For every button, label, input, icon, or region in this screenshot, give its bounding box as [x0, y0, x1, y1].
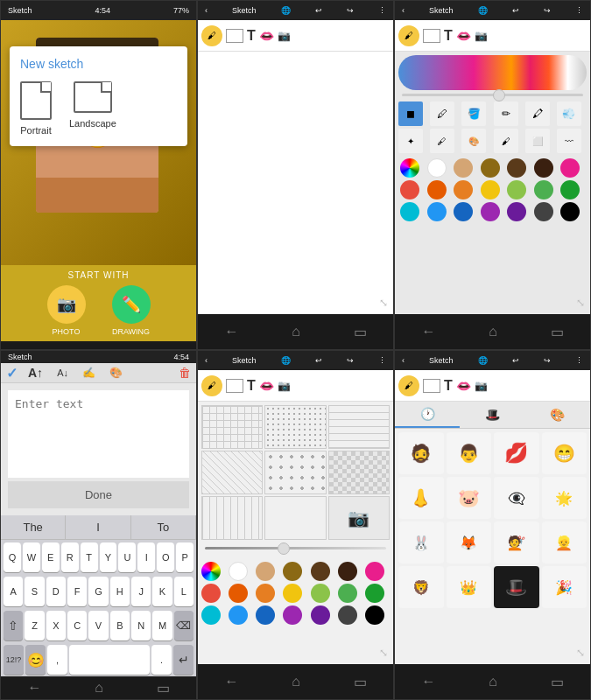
sticker-dark[interactable]: 🎩	[494, 566, 539, 608]
tool-camera[interactable]: 📷	[278, 30, 291, 42]
key-a[interactable]: A	[4, 577, 23, 606]
pat-color-darkblue[interactable]	[256, 606, 275, 625]
home-icon-patterns[interactable]: ⌂	[292, 674, 300, 690]
pattern-camera[interactable]: 📷	[328, 496, 390, 540]
key-symbols[interactable]: 12!?	[4, 645, 24, 675]
key-comma[interactable]: ,	[47, 645, 67, 675]
canvas-undo-icon[interactable]: ↩	[315, 6, 322, 15]
back-arrow-canvas[interactable]: ‹	[205, 6, 208, 15]
key-shift[interactable]: ⇧	[4, 611, 23, 640]
pat-color-blue[interactable]	[229, 606, 248, 625]
pattern-cross[interactable]	[264, 451, 326, 494]
color-more-icon[interactable]: ⋮	[575, 6, 583, 15]
key-c[interactable]: C	[67, 611, 87, 640]
color-tool-brush[interactable]: 🖌	[398, 25, 419, 46]
stk-tool-sticker[interactable]: 👄	[456, 379, 471, 393]
sticker-mouth[interactable]: 😁	[542, 432, 587, 474]
portrait-option[interactable]: Portrait	[20, 81, 52, 136]
back-icon-patterns[interactable]: ←	[224, 674, 238, 690]
pattern-checker[interactable]	[328, 451, 390, 494]
pat-tool-sticker[interactable]: 👄	[259, 379, 274, 393]
brush-airbrush[interactable]: 💨	[557, 102, 581, 126]
pat-color-redorange[interactable]	[229, 584, 248, 603]
pat-tool-brush[interactable]: 🖌	[201, 375, 222, 396]
stk-tool-camera[interactable]: 📷	[475, 380, 488, 392]
pat-tool-rect[interactable]	[226, 379, 243, 393]
key-w[interactable]: W	[23, 542, 40, 572]
key-emoji[interactable]: 😊	[25, 645, 46, 675]
pat-color-purple[interactable]	[283, 606, 302, 625]
color-cyan[interactable]	[400, 202, 419, 221]
color-brown[interactable]	[507, 158, 526, 178]
stk-tool-brush[interactable]: 🖌	[398, 375, 419, 396]
sticker-beard[interactable]: 🧔	[398, 432, 444, 474]
pat-color-black[interactable]	[365, 606, 384, 625]
key-r[interactable]: R	[61, 542, 79, 572]
back-arrow-stickers[interactable]: ‹	[402, 356, 405, 365]
done-button[interactable]: Done	[8, 481, 189, 508]
home-icon-stickers[interactable]: ⌂	[489, 674, 497, 690]
sticker-party[interactable]: 🎉	[542, 566, 587, 608]
key-period[interactable]: .	[151, 645, 172, 675]
recent-icon-canvas[interactable]: ▭	[354, 324, 367, 340]
expand-icon[interactable]: ⤡	[379, 297, 388, 309]
color-tool-camera[interactable]: 📷	[475, 30, 488, 42]
sticker-nose[interactable]: 👃	[398, 477, 444, 519]
color-redo-icon[interactable]: ↪	[544, 6, 551, 15]
style-ink[interactable]: 🖋	[430, 129, 454, 153]
key-space[interactable]	[69, 645, 150, 675]
pat-tool-text[interactable]: T	[247, 378, 256, 394]
stickers-tab-hats[interactable]: 🎩	[460, 402, 524, 428]
pat-color-lime[interactable]	[311, 584, 330, 603]
color-dark-green[interactable]	[560, 180, 580, 200]
expand-icon-color[interactable]: ⤡	[576, 297, 585, 309]
color-dark-brown[interactable]	[534, 158, 553, 178]
pat-color-tan[interactable]	[283, 562, 302, 581]
key-k[interactable]: K	[152, 577, 172, 606]
home-icon-canvas[interactable]: ⌂	[292, 324, 300, 340]
photo-button[interactable]: 📷 PHOTO	[47, 285, 86, 336]
patterns-redo[interactable]: ↪	[347, 356, 354, 365]
back-arrow-color[interactable]: ‹	[402, 6, 405, 15]
sticker-clown-eyes[interactable]: 👁‍🗨	[494, 477, 539, 519]
brush-pencil[interactable]: ✏	[494, 102, 518, 126]
stickers-more[interactable]: ⋮	[575, 356, 583, 365]
key-g[interactable]: G	[88, 577, 108, 606]
sticker-hair2[interactable]: 👱	[542, 522, 587, 564]
pattern-grid[interactable]	[201, 405, 263, 449]
style-crayon[interactable]: 🖌	[494, 129, 518, 153]
pat-color-darkpurple[interactable]	[311, 606, 330, 625]
back-icon-color[interactable]: ←	[421, 324, 435, 340]
text-style-btn[interactable]: ✍	[79, 365, 99, 381]
canvas-redo-icon[interactable]: ↪	[347, 6, 354, 15]
back-arrow-patterns[interactable]: ‹	[205, 356, 208, 365]
color-red-orange[interactable]	[427, 180, 447, 200]
color-tool-text[interactable]: T	[444, 28, 453, 44]
pat-color-red[interactable]	[201, 584, 221, 603]
stk-tool-text[interactable]: T	[444, 378, 453, 394]
key-v[interactable]: V	[88, 611, 108, 640]
sticker-hair1[interactable]: 💇	[494, 522, 539, 564]
autocomplete-to[interactable]: To	[131, 515, 196, 539]
color-green[interactable]	[534, 180, 553, 200]
home-icon-text[interactable]: ⌂	[95, 680, 103, 696]
style-splatter[interactable]: ✦	[398, 129, 423, 153]
pat-color-rainbow[interactable]	[201, 562, 221, 581]
color-skin[interactable]	[454, 158, 473, 178]
pat-tool-camera[interactable]: 📷	[278, 380, 291, 392]
brush-square[interactable]: ◼	[398, 102, 423, 126]
key-y[interactable]: Y	[100, 542, 117, 572]
key-i[interactable]: I	[137, 542, 155, 572]
landscape-option[interactable]: Landscape	[69, 81, 116, 136]
brush-marker[interactable]: 🖍	[525, 102, 550, 126]
key-d[interactable]: D	[46, 577, 66, 606]
pat-color-brown[interactable]	[311, 562, 330, 581]
recent-icon-text[interactable]: ▭	[157, 680, 170, 696]
key-t[interactable]: T	[81, 542, 98, 572]
text-color-btn[interactable]: 🎨	[106, 365, 126, 381]
sticker-pig-nose[interactable]: 🐷	[447, 477, 492, 519]
pattern-dots[interactable]	[264, 405, 326, 449]
canvas-area[interactable]: ⤡	[198, 52, 393, 314]
pat-color-gray[interactable]	[338, 606, 357, 625]
color-white[interactable]	[427, 158, 447, 178]
